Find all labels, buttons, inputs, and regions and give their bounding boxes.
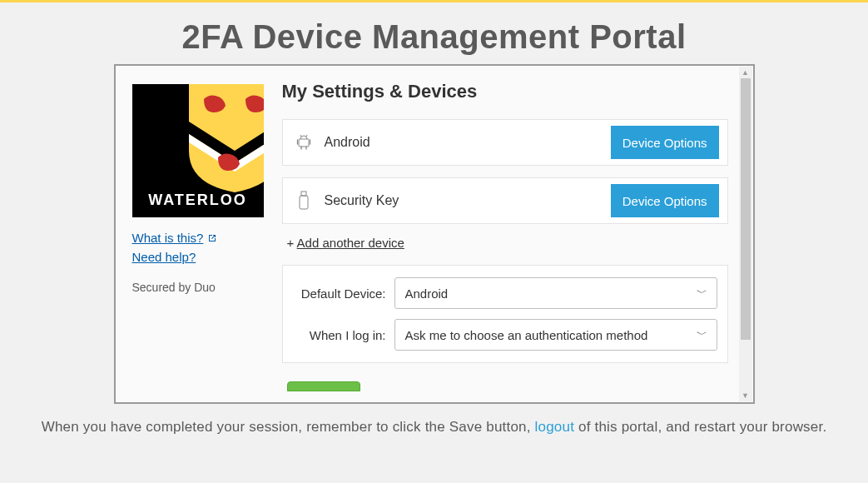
scroll-down-arrow-icon[interactable]: ▼ (739, 390, 752, 401)
add-device-row: + Add another device (287, 236, 728, 250)
logo-text: WATERLOO (132, 192, 264, 209)
usb-key-icon (295, 191, 313, 211)
scroll-up-arrow-icon[interactable]: ▲ (739, 67, 752, 78)
accent-bar (0, 0, 868, 2)
secured-by-text: Secured by Duo (132, 281, 216, 294)
device-options-button[interactable]: Device Options (611, 126, 719, 159)
svg-rect-0 (299, 139, 309, 147)
page-title: 2FA Device Management Portal (0, 18, 868, 56)
when-login-row: When I log in: Ask me to choose an authe… (293, 319, 717, 351)
link-label: What is this? (132, 231, 204, 245)
section-heading: My Settings & Devices (282, 81, 728, 102)
save-button[interactable] (287, 381, 360, 391)
duo-frame: WATERLOO What is this? Need help? Secure… (114, 64, 755, 404)
plus-icon: + (287, 236, 295, 250)
sidebar: WATERLOO What is this? Need help? Secure… (116, 66, 282, 402)
select-value: Ask me to choose an authentication metho… (394, 319, 717, 351)
footer-instructions: When you have completed your session, re… (0, 419, 868, 436)
default-device-label: Default Device: (293, 286, 386, 301)
scrollbar[interactable]: ▲ ▼ (739, 67, 752, 401)
device-label: Security Key (325, 193, 611, 208)
svg-rect-8 (300, 196, 308, 209)
android-icon (295, 132, 313, 152)
scroll-thumb[interactable] (741, 78, 751, 340)
svg-rect-7 (301, 192, 306, 196)
need-help-link[interactable]: Need help? (132, 250, 196, 264)
waterloo-shield-icon (181, 84, 264, 192)
add-another-device-link[interactable]: Add another device (297, 236, 404, 250)
svg-line-6 (306, 135, 307, 137)
external-link-icon (207, 233, 217, 243)
what-is-this-link[interactable]: What is this? (132, 231, 218, 245)
device-row-security-key: Security Key Device Options (282, 177, 728, 224)
logout-link[interactable]: logout (535, 419, 575, 435)
default-device-select[interactable]: Android ﹀ (394, 277, 717, 309)
footer-post: of this portal, and restart your browser… (574, 419, 826, 435)
device-row-android: Android Device Options (282, 119, 728, 166)
svg-line-5 (300, 135, 301, 137)
device-label: Android (325, 135, 611, 150)
default-device-row: Default Device: Android ﹀ (293, 277, 717, 309)
select-value: Android (394, 277, 717, 309)
main-panel: My Settings & Devices Android Device Opt… (282, 66, 753, 402)
org-logo: WATERLOO (132, 84, 264, 217)
device-options-button[interactable]: Device Options (611, 184, 719, 217)
when-login-label: When I log in: (293, 328, 386, 342)
footer-pre: When you have completed your session, re… (42, 419, 535, 435)
when-login-select[interactable]: Ask me to choose an authentication metho… (394, 319, 717, 351)
settings-panel: Default Device: Android ﹀ When I log in:… (282, 265, 728, 363)
